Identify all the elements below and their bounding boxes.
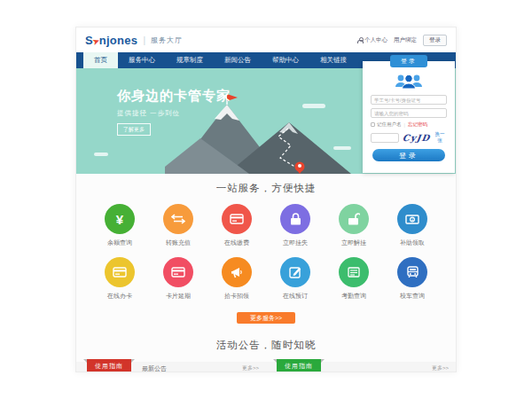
- service-label: 考勤查询: [325, 292, 383, 301]
- person-icon: [357, 37, 363, 43]
- bank-card-icon: [230, 214, 244, 224]
- announcements-title: 活动公告，随时知晓: [76, 339, 456, 352]
- login-tab[interactable]: 登录: [390, 55, 427, 67]
- service-found-card-claim[interactable]: 拾卡招领: [207, 257, 266, 301]
- captcha-image[interactable]: CyJD: [402, 133, 431, 143]
- yen-icon: ¥: [116, 213, 123, 226]
- banknote-icon: 1: [405, 215, 419, 224]
- login-submit-button[interactable]: 登录: [372, 149, 445, 161]
- transfer-arrows-icon: [171, 214, 185, 224]
- nav-item-home[interactable]: 首页: [83, 52, 118, 68]
- header-divider: |: [143, 35, 145, 45]
- service-card-extension[interactable]: 卡片延期: [149, 257, 207, 301]
- tab-latest-announcements[interactable]: 最新公告: [142, 364, 167, 373]
- site-page: S➤njones | 服务大厅 个人中心 用户绑定 登录 首页 服务中心 规章制…: [75, 27, 457, 372]
- service-report-loss[interactable]: 立即挂失: [266, 204, 325, 247]
- services-title: 一站服务，方便快捷: [76, 182, 456, 195]
- nav-item-rules[interactable]: 规章制度: [166, 52, 214, 68]
- service-label: 在线预订: [266, 292, 325, 301]
- service-label: 补助领取: [383, 239, 442, 247]
- tab-usage-guide-left[interactable]: 使用指南: [87, 359, 131, 372]
- service-label: 在线缴费: [207, 239, 266, 247]
- card-icon: [171, 267, 185, 278]
- service-online-card-apply[interactable]: 在线办卡: [90, 257, 149, 301]
- remember-label: 记住用户名: [377, 121, 402, 128]
- card-icon: [113, 267, 127, 278]
- svg-text:1: 1: [411, 216, 414, 222]
- service-label: 立即解挂: [325, 239, 383, 247]
- personal-center-link[interactable]: 个人中心: [357, 36, 387, 44]
- service-label: 校车查询: [383, 292, 442, 301]
- service-balance-inquiry[interactable]: ¥ 余额查询: [90, 204, 149, 247]
- right-more-link[interactable]: 更多>>: [432, 364, 449, 372]
- bus-icon: [407, 266, 419, 278]
- brand-logo[interactable]: S➤njones: [85, 34, 137, 47]
- service-cancel-loss[interactable]: 立即解挂: [325, 204, 383, 247]
- left-more-link[interactable]: 更多>>: [242, 364, 259, 372]
- more-services-button[interactable]: 更多服务>>: [237, 312, 295, 324]
- nav-item-links[interactable]: 相关链接: [309, 52, 357, 68]
- service-online-booking[interactable]: 在线预订: [266, 257, 325, 301]
- service-label: 立即挂失: [266, 239, 325, 247]
- nav-item-news[interactable]: 新闻公告: [214, 52, 262, 68]
- left-panel: 使用指南 最新公告 更多>>: [76, 362, 266, 372]
- captcha-refresh-link[interactable]: 换一张: [433, 131, 447, 144]
- right-panel: 使用指南 更多>>: [266, 362, 456, 372]
- announcements-tabstrip: 使用指南 最新公告 更多>> 使用指南 更多>>: [76, 362, 456, 372]
- login-panel: 登录 记住用户名 | 忘记密码 CyJD 换一张 登录: [363, 61, 455, 173]
- row-separator: |: [404, 122, 405, 128]
- service-online-payment[interactable]: 在线缴费: [207, 204, 266, 247]
- password-input[interactable]: [371, 108, 447, 118]
- service-label: 卡片延期: [149, 292, 207, 301]
- service-label: 转账充值: [149, 239, 207, 247]
- header-login-button[interactable]: 登录: [423, 35, 447, 46]
- users-group-icon: [393, 74, 425, 90]
- tab-usage-guide-right[interactable]: 使用指南: [277, 359, 321, 372]
- service-school-bus-inquiry[interactable]: 校车查询: [383, 257, 442, 301]
- cloud-shape: [94, 153, 108, 156]
- hero-title: 你身边的卡管专家: [117, 88, 231, 105]
- service-transfer-recharge[interactable]: 转账充值: [149, 204, 207, 247]
- top-header: S➤njones | 服务大厅 个人中心 用户绑定 登录: [76, 27, 456, 52]
- service-label: 拾卡招领: [207, 292, 266, 301]
- forgot-password-link[interactable]: 忘记密码: [408, 121, 427, 128]
- user-binding-link[interactable]: 用户绑定: [394, 36, 417, 44]
- captcha-input[interactable]: [371, 133, 399, 143]
- list-icon: [348, 267, 360, 278]
- account-input[interactable]: [371, 95, 447, 105]
- service-label: 在线办卡: [90, 292, 149, 301]
- service-subsidy-collect[interactable]: 1 补助领取: [383, 204, 442, 247]
- nav-item-service-center[interactable]: 服务中心: [118, 52, 166, 68]
- services-grid: ¥ 余额查询 转账充值 在线缴费 立即挂失 立即解挂 1 补助领取: [90, 204, 442, 301]
- hero-cta-button[interactable]: 了解更多: [117, 123, 151, 136]
- megaphone-icon: [231, 267, 244, 278]
- product-name: 服务大厅: [151, 35, 183, 45]
- services-section: 一站服务，方便快捷 ¥ 余额查询 转账充值 在线缴费 立即挂失 立即解挂: [76, 174, 456, 324]
- unlock-icon: [348, 213, 360, 225]
- service-attendance-inquiry[interactable]: 考勤查询: [325, 257, 383, 301]
- remember-checkbox[interactable]: [371, 122, 375, 127]
- lock-icon: [290, 213, 301, 225]
- service-label: 余额查询: [90, 239, 149, 247]
- nav-item-help[interactable]: 帮助中心: [262, 52, 309, 68]
- hero-subtitle: 提供捷径 一步到位: [117, 109, 231, 118]
- announcements-section: 活动公告，随时知晓 使用指南 最新公告 更多>> 使用指南 更多>>: [76, 324, 456, 372]
- edit-pen-icon: [289, 266, 301, 278]
